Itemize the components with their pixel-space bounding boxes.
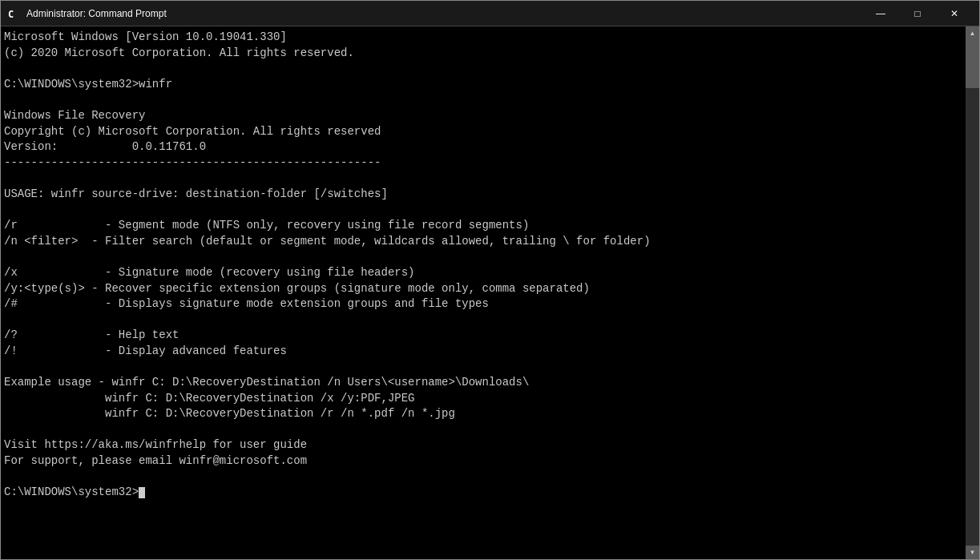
scrollbar-thumb[interactable] — [966, 40, 979, 88]
title-bar: C Administrator: Command Prompt — □ ✕ — [1, 1, 979, 26]
scroll-down-button[interactable]: ▼ — [966, 546, 979, 559]
minimize-button[interactable]: — — [862, 1, 899, 26]
window: C Administrator: Command Prompt — □ ✕ Mi… — [0, 0, 980, 560]
window-title: Administrator: Command Prompt — [26, 8, 862, 19]
maximize-button[interactable]: □ — [899, 1, 936, 26]
scrollbar[interactable]: ▲ ▼ — [966, 26, 979, 559]
console-area: Microsoft Windows [Version 10.0.19041.33… — [1, 26, 979, 559]
scroll-up-button[interactable]: ▲ — [966, 26, 979, 40]
window-controls: — □ ✕ — [862, 1, 973, 26]
svg-text:C: C — [8, 9, 14, 20]
console-output[interactable]: Microsoft Windows [Version 10.0.19041.33… — [1, 26, 966, 559]
cursor — [139, 487, 145, 498]
scrollbar-track[interactable] — [966, 40, 979, 546]
close-button[interactable]: ✕ — [936, 1, 973, 26]
cmd-icon: C — [7, 7, 20, 20]
